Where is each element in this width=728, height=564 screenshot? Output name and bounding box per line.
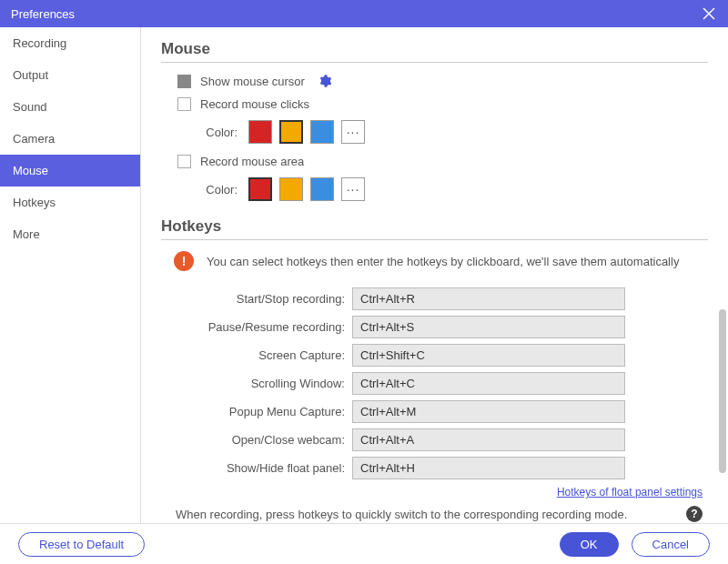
record-area-row: Record mouse area <box>161 155 708 168</box>
ok-button[interactable]: OK <box>560 532 619 557</box>
close-icon <box>703 7 715 20</box>
hotkey-row: Scrolling Window: <box>161 372 708 395</box>
hotkey-row: Start/Stop recording: <box>161 287 708 310</box>
clicks-color-orange[interactable] <box>279 120 303 144</box>
hotkeys-note-row: When recording, press hotkeys to quickly… <box>161 506 708 522</box>
clicks-color-blue[interactable] <box>310 120 334 144</box>
area-color-more[interactable]: ··· <box>341 177 365 201</box>
float-panel-link-row: Hotkeys of float panel settings <box>161 485 708 499</box>
record-clicks-label: Record mouse clicks <box>200 97 309 111</box>
window-title: Preferences <box>11 7 75 21</box>
hotkey-row: Popup Menu Capture: <box>161 400 708 423</box>
hotkey-label: Pause/Resume recording: <box>161 320 352 334</box>
hotkey-label: Screen Capture: <box>161 348 352 362</box>
area-color-blue[interactable] <box>310 177 334 201</box>
area-color-row: Color: ··· <box>161 177 708 201</box>
hotkey-row: Show/Hide float panel: <box>161 457 708 479</box>
hotkey-input[interactable] <box>352 372 625 395</box>
hotkey-input[interactable] <box>352 287 625 310</box>
hotkey-label: Start/Stop recording: <box>161 292 352 306</box>
cursor-settings-button[interactable] <box>318 74 332 88</box>
sidebar-item-sound[interactable]: Sound <box>0 91 140 123</box>
area-color-red[interactable] <box>248 177 272 201</box>
hotkey-input[interactable] <box>352 400 625 423</box>
area-color-orange[interactable] <box>279 177 303 201</box>
sidebar-item-camera[interactable]: Camera <box>0 123 140 155</box>
gear-icon <box>318 74 332 88</box>
footer: Reset to Default OK Cancel <box>0 523 728 564</box>
content-pane: Mouse Show mouse cursor Record mouse cli… <box>141 27 728 523</box>
hotkeys-info-row: ! You can select hotkeys then enter the … <box>174 251 708 271</box>
show-cursor-checkbox[interactable] <box>177 75 191 88</box>
hotkeys-note-text: When recording, press hotkeys to quickly… <box>176 508 686 521</box>
hotkey-row: Pause/Resume recording: <box>161 316 708 338</box>
record-area-checkbox[interactable] <box>177 155 191 168</box>
area-color-label: Color: <box>201 183 238 196</box>
hotkey-label: Popup Menu Capture: <box>161 405 352 418</box>
sidebar-item-mouse[interactable]: Mouse <box>0 155 140 186</box>
cancel-button[interactable]: Cancel <box>632 532 710 557</box>
clicks-color-more[interactable]: ··· <box>341 120 365 144</box>
sidebar-item-recording[interactable]: Recording <box>0 27 140 59</box>
hotkey-input[interactable] <box>352 344 625 367</box>
info-icon: ! <box>174 251 194 271</box>
hotkey-label: Open/Close webcam: <box>161 433 352 447</box>
clicks-color-row: Color: ··· <box>161 120 708 144</box>
show-cursor-label: Show mouse cursor <box>200 75 305 88</box>
record-area-label: Record mouse area <box>200 155 304 168</box>
hotkey-row: Open/Close webcam: <box>161 428 708 451</box>
clicks-color-label: Color: <box>201 126 238 139</box>
hotkeys-info-text: You can select hotkeys then enter the ho… <box>207 255 679 268</box>
hotkey-input[interactable] <box>352 428 625 451</box>
sidebar: Recording Output Sound Camera Mouse Hotk… <box>0 27 141 523</box>
record-clicks-checkbox[interactable] <box>177 97 191 111</box>
show-cursor-row: Show mouse cursor <box>161 74 708 88</box>
help-icon[interactable]: ? <box>686 506 703 522</box>
reset-default-button[interactable]: Reset to Default <box>18 532 145 557</box>
hotkey-row: Screen Capture: <box>161 344 708 367</box>
hotkeys-section-title: Hotkeys <box>161 217 708 240</box>
sidebar-item-hotkeys[interactable]: Hotkeys <box>0 186 140 218</box>
hotkey-label: Scrolling Window: <box>161 377 352 390</box>
hotkey-input[interactable] <box>352 316 625 338</box>
clicks-color-red[interactable] <box>248 120 272 144</box>
mouse-section-title: Mouse <box>161 40 708 63</box>
scrollbar[interactable] <box>719 309 726 473</box>
titlebar: Preferences <box>0 0 728 27</box>
sidebar-item-more[interactable]: More <box>0 218 140 250</box>
hotkey-input[interactable] <box>352 457 625 479</box>
float-panel-settings-link[interactable]: Hotkeys of float panel settings <box>557 486 703 499</box>
sidebar-item-output[interactable]: Output <box>0 59 140 91</box>
hotkey-label: Show/Hide float panel: <box>161 461 352 475</box>
record-clicks-row: Record mouse clicks <box>161 97 708 111</box>
close-button[interactable] <box>701 5 717 22</box>
